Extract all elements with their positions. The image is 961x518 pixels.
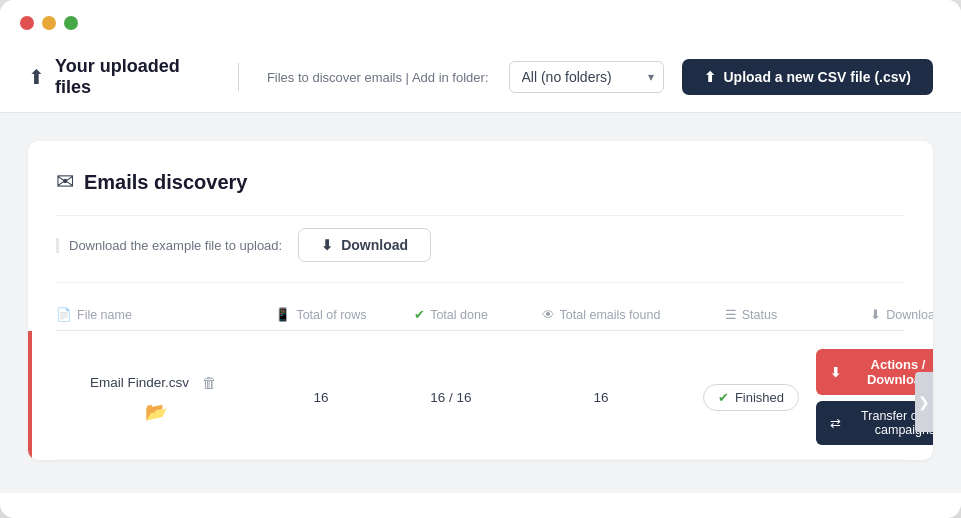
status-cell: ✔ Finished [686, 384, 816, 411]
emails-icon: 👁 [542, 308, 555, 322]
total-emails-cell: 16 [516, 390, 686, 405]
header-bar: ⬆ Your uploaded files Files to discover … [0, 42, 961, 113]
header-subtitle: Files to discover emails | Add in folder… [267, 70, 489, 85]
check-icon: ✔ [718, 390, 729, 405]
status-text: Finished [735, 390, 784, 405]
row-accent [28, 331, 32, 459]
download-example-button[interactable]: ⬇ Download [298, 228, 431, 262]
col-total-rows: 📱 Total of rows [256, 307, 386, 322]
scroll-indicator[interactable]: ❯ [915, 372, 933, 432]
status-icon: ☰ [725, 307, 737, 322]
title-bar [0, 0, 961, 42]
col-total-done: ✔ Total done [386, 307, 516, 322]
download-example-row: Download the example file to upload: ⬇ D… [56, 215, 905, 283]
total-rows-cell: 16 [256, 390, 386, 405]
traffic-light-green[interactable] [64, 16, 78, 30]
emails-discovery-card: ✉ Emails discovery Download the example … [28, 141, 933, 460]
upload-icon: ⬆ [704, 69, 716, 85]
header-divider [238, 63, 239, 91]
file-name-cell: Email Finder.csv 🗑 📂 [56, 372, 256, 423]
envelope-icon: ✉ [56, 169, 74, 195]
scroll-arrow: ❯ [918, 394, 930, 410]
file-name-main: Email Finder.csv 🗑 [90, 372, 222, 393]
transfer-icon: ⇄ [830, 416, 841, 431]
download-icon: ⬇ [830, 365, 841, 380]
table-row: Email Finder.csv 🗑 📂 16 16 / 16 [56, 331, 905, 460]
folder-select[interactable]: All (no folders)Folder 1Folder 2 [509, 61, 664, 93]
files-table: 📄 File name 📱 Total of rows ✔ Total done… [56, 299, 905, 460]
col-status: ☰ Status [686, 307, 816, 322]
file-icon: 📄 [56, 307, 72, 322]
main-content: ✉ Emails discovery Download the example … [0, 113, 961, 493]
traffic-light-yellow[interactable] [42, 16, 56, 30]
download-icon: ⬇ [321, 237, 333, 253]
status-badge: ✔ Finished [703, 384, 799, 411]
header-left: ⬆ Your uploaded files Files to discover … [28, 56, 664, 98]
folder-select-wrapper[interactable]: All (no folders)Folder 1Folder 2 ▾ [509, 61, 664, 93]
upload-icon: ⬆ [28, 65, 45, 89]
done-icon: ✔ [414, 307, 425, 322]
section-title-row: ✉ Emails discovery [56, 169, 905, 195]
open-folder-button[interactable]: 📂 [145, 401, 167, 423]
rows-icon: 📱 [275, 307, 291, 322]
download-example-label: Download the example file to upload: [56, 238, 282, 253]
traffic-light-red[interactable] [20, 16, 34, 30]
download-col-icon: ⬇ [870, 307, 881, 322]
table-row-inner: Email Finder.csv 🗑 📂 16 16 / 16 [56, 331, 905, 459]
app-window: ⬆ Your uploaded files Files to discover … [0, 0, 961, 518]
page-title: Your uploaded files [55, 56, 210, 98]
upload-csv-button[interactable]: ⬆ Upload a new CSV file (.csv) [682, 59, 934, 95]
section-title: Emails discovery [84, 171, 247, 194]
table-header: 📄 File name 📱 Total of rows ✔ Total done… [56, 299, 905, 331]
total-done-cell: 16 / 16 [386, 390, 516, 405]
file-name-text: Email Finder.csv [90, 375, 189, 390]
col-file-name: 📄 File name [56, 307, 256, 322]
col-download: ⬇ Download [816, 307, 933, 322]
col-total-emails: 👁 Total emails found [516, 307, 686, 322]
upload-button-label: Upload a new CSV file (.csv) [724, 69, 912, 85]
download-button-label: Download [341, 237, 408, 253]
delete-button[interactable]: 🗑 [197, 372, 222, 393]
